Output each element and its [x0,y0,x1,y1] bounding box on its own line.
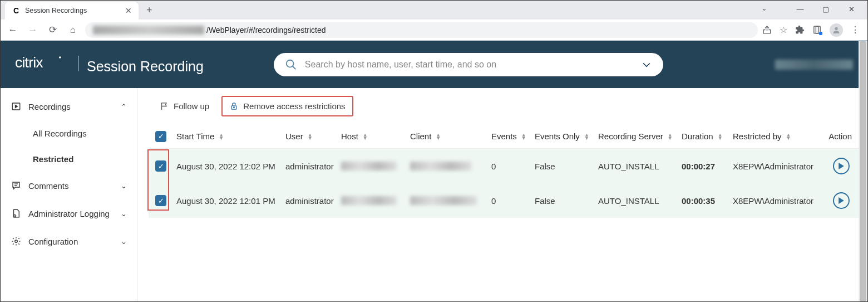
svg-point-12 [15,240,18,243]
sidebar-item-recordings[interactable]: Recordings ⌃ [1,92,137,120]
sidebar-item-admin-logging[interactable]: Administrator Logging ⌄ [1,199,137,227]
cell-recording-server: AUTO_INSTALL [595,162,678,171]
app: citrix Session Recording [1,41,867,301]
bookmark-icon[interactable]: ☆ [780,25,787,35]
cell-duration: 00:00:35 [678,196,729,206]
sidebar-label: Configuration [28,237,78,246]
svg-text:citrix: citrix [15,55,43,71]
log-icon [11,208,22,218]
row-checkbox[interactable]: ✓ [155,195,166,206]
sort-icon: ▲▼ [363,133,368,140]
cell-events-only: False [531,196,595,206]
svg-line-6 [293,66,296,69]
svg-marker-15 [839,163,844,169]
select-all-cell: ✓ [149,131,173,142]
reader-icon[interactable] [812,25,822,35]
browser-tab[interactable]: C Session Recordings ✕ [5,2,139,20]
search-bar[interactable] [274,53,663,76]
cell-user: administrator [282,196,338,206]
brand-logo: citrix [15,55,71,71]
th-host[interactable]: Host▲▼ [338,131,407,141]
browser-toolbar: ← → ⟳ ⌂ xxxxx /WebPlayer/#/recordings/re… [1,20,867,41]
page-scrollbar-thumb[interactable] [860,41,866,301]
th-recording-server[interactable]: Recording Server▲▼ [595,131,678,141]
chevron-down-icon: ⌄ [121,182,127,190]
cell-restricted-by: X8EPW\Administrator [729,162,816,171]
svg-marker-16 [839,197,844,204]
th-client[interactable]: Client▲▼ [407,131,488,141]
play-box-icon [11,101,22,111]
cell-recording-server: AUTO_INSTALL [595,196,678,206]
th-user[interactable]: User▲▼ [282,131,338,141]
th-start-time[interactable]: Start Time▲▼ [173,131,282,141]
page-scrollbar-track[interactable] [859,41,867,301]
chevron-down-icon[interactable] [641,59,652,70]
forward-icon[interactable]: → [25,22,41,38]
favicon-icon: C [12,6,21,15]
th-events[interactable]: Events▲▼ [488,131,531,141]
follow-up-button[interactable]: Follow up [154,98,215,114]
svg-point-2 [835,27,837,30]
window-controls: — ▢ ✕ [787,1,864,17]
row-checkbox[interactable]: ✓ [155,160,166,172]
address-bar[interactable]: xxxxx /WebPlayer/#/recordings/restricted [85,22,758,38]
th-duration[interactable]: Duration▲▼ [678,131,729,141]
sidebar-item-configuration[interactable]: Configuration ⌄ [1,227,137,255]
sidebar-item-restricted[interactable]: Restricted [1,146,137,172]
tab-list-dropdown-icon[interactable]: ⌄ [761,4,767,12]
sort-icon: ▲▼ [219,133,224,140]
extensions-icon[interactable] [795,25,805,35]
close-tab-icon[interactable]: ✕ [125,6,132,15]
sidebar-item-all-recordings[interactable]: All Recordings [1,120,137,146]
table-row: ✓ August 30, 2022 12:01 PM administrator… [149,183,859,218]
search-input[interactable] [305,60,633,70]
th-events-only[interactable]: Events Only▲▼ [531,131,595,141]
search-icon [285,59,297,71]
sidebar-sublabel: All Recordings [33,129,87,138]
back-icon[interactable]: ← [5,22,21,38]
svg-point-11 [14,215,16,217]
cell-client-redacted [407,196,488,205]
play-button[interactable] [833,158,850,174]
cell-user: administrator [282,162,338,171]
table-row: ✓ August 30, 2022 12:02 PM administrator… [149,149,859,183]
reload-icon[interactable]: ⟳ [45,22,61,38]
sort-icon: ▲▼ [668,133,673,140]
sort-icon: ▲▼ [718,133,723,140]
cell-duration: 00:00:27 [678,162,729,171]
sort-icon: ▲▼ [584,133,589,140]
sidebar-label: Recordings [28,102,71,111]
maximize-icon[interactable]: ▢ [813,1,839,17]
product-name: Session Recording [87,59,204,75]
recordings-table: ✓ Start Time▲▼ User▲▼ Host▲▼ Client▲▼ Ev… [149,124,859,218]
app-body: Recordings ⌃ All Recordings Restricted C… [1,88,867,301]
remove-restrictions-button[interactable]: Remove access restrictions [221,96,353,116]
sidebar-label: Comments [28,181,69,191]
url-host-redacted: xxxxx [93,26,204,35]
kebab-menu-icon[interactable]: ⋮ [851,25,860,35]
cell-events: 0 [488,196,531,206]
cell-host-redacted [338,196,407,205]
sort-icon: ▲▼ [436,133,441,140]
sort-icon: ▲▼ [786,133,791,140]
th-restricted-by[interactable]: Restricted by▲▼ [729,131,816,141]
chevron-down-icon: ⌄ [121,210,127,218]
close-window-icon[interactable]: ✕ [839,1,864,17]
brand-divider [78,56,79,71]
home-icon[interactable]: ⌂ [65,22,81,38]
share-icon[interactable] [762,25,772,35]
profile-icon[interactable] [830,23,843,37]
minimize-icon[interactable]: — [787,1,813,17]
cell-host-redacted [338,162,407,171]
sidebar-sublabel: Restricted [33,154,73,164]
app-header: citrix Session Recording [1,41,867,88]
play-button[interactable] [833,192,850,209]
sidebar-item-comments[interactable]: Comments ⌄ [1,172,137,199]
new-tab-button[interactable]: + [139,4,160,16]
select-all-checkbox[interactable]: ✓ [155,131,166,142]
sort-icon: ▲▼ [521,133,526,140]
cell-start-time: August 30, 2022 12:02 PM [173,162,282,171]
cell-events-only: False [531,162,595,171]
sidebar-label: Administrator Logging [28,209,110,218]
action-label: Remove access restrictions [243,101,345,111]
